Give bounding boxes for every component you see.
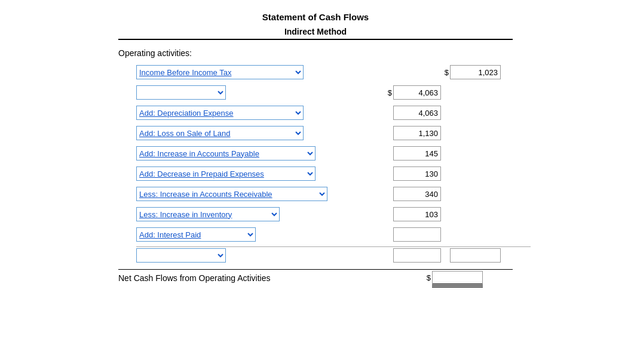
label-area-4: Add: Loss on Sale of Land Income Before … [136, 126, 363, 140]
label-area-10: Income Before Income Tax Add: Depreciati… [136, 248, 363, 263]
select-accounts-receivable[interactable]: Less: Increase in Accounts Receivable In… [136, 187, 327, 201]
input-loss-on-sale[interactable] [393, 126, 441, 140]
select-loss-on-sale[interactable]: Add: Loss on Sale of Land Income Before … [136, 126, 304, 140]
select-inventory[interactable]: Less: Increase in Inventory Income Befor… [136, 207, 280, 221]
mid-area-10 [363, 248, 441, 263]
input-interest-paid[interactable] [393, 227, 441, 242]
right-area-10 [441, 248, 501, 263]
row-inventory: Less: Increase in Inventory Income Befor… [136, 206, 531, 223]
input-blank-1[interactable] [393, 85, 441, 100]
mid-area-9 [363, 227, 441, 242]
row-accounts-payable: Add: Increase in Accounts Payable Income… [136, 145, 531, 162]
row-interest-paid: Add: Interest Paid Income Before Income … [136, 226, 531, 243]
label-area-1: Income Before Income Tax Add: Depreciati… [136, 65, 363, 79]
dollar-sign-net: $ [427, 273, 431, 282]
label-area-5: Add: Increase in Accounts Payable Income… [136, 146, 363, 161]
label-area-2: Income Before Income Tax Add: Depreciati… [136, 85, 363, 100]
section-label: Operating activities: [118, 48, 513, 58]
row-prepaid: Add: Decrease in Prepaid Expenses Income… [136, 165, 531, 182]
select-interest-paid[interactable]: Add: Interest Paid Income Before Income … [136, 227, 256, 242]
net-cash-input-wrapper [432, 271, 483, 285]
mid-area-2: $ [363, 85, 441, 100]
select-blank-2[interactable]: Income Before Income Tax Add: Depreciati… [136, 248, 226, 263]
select-depreciation[interactable]: Add: Depreciation Expense Income Before … [136, 106, 304, 120]
net-cash-right: $ [423, 271, 483, 285]
mid-area-8 [363, 207, 441, 221]
mid-area-6 [363, 166, 441, 181]
input-accounts-payable[interactable] [393, 146, 441, 161]
page-subtitle: Indirect Method [284, 27, 347, 36]
input-accounts-receivable[interactable] [393, 187, 441, 201]
net-cash-label-area: Net Cash Flows from Operating Activities [118, 273, 345, 283]
select-accounts-payable[interactable]: Add: Increase in Accounts Payable Income… [136, 146, 316, 161]
row-loss-on-sale: Add: Loss on Sale of Land Income Before … [136, 125, 531, 141]
input-blank-2-right[interactable] [450, 248, 501, 263]
net-cash-input[interactable] [432, 271, 483, 285]
mid-area-7 [363, 187, 441, 201]
label-area-9: Add: Interest Paid Income Before Income … [136, 227, 363, 242]
row-depreciation: Add: Depreciation Expense Income Before … [136, 104, 531, 121]
row-accounts-receivable: Less: Increase in Accounts Receivable In… [136, 186, 531, 202]
label-area-8: Less: Increase in Inventory Income Befor… [136, 207, 363, 221]
row-blank-2: Income Before Income Tax Add: Depreciati… [136, 246, 531, 263]
right-area-1: $ [441, 65, 501, 79]
dollar-sign-1: $ [445, 68, 449, 77]
mid-area-3 [363, 106, 441, 120]
label-area-6: Add: Decrease in Prepaid Expenses Income… [136, 166, 363, 181]
row-blank-1: Income Before Income Tax Add: Depreciati… [136, 84, 531, 101]
input-inventory[interactable] [393, 207, 441, 221]
mid-area-5 [363, 146, 441, 161]
label-area-7: Less: Increase in Accounts Receivable In… [136, 187, 363, 201]
input-prepaid[interactable] [393, 166, 441, 181]
select-income-before-tax[interactable]: Income Before Income Tax Add: Depreciati… [136, 65, 304, 79]
select-blank-1[interactable]: Income Before Income Tax Add: Depreciati… [136, 85, 226, 100]
statement-area: Operating activities: Income Before Inco… [118, 48, 513, 289]
label-area-3: Add: Depreciation Expense Income Before … [136, 106, 363, 120]
row-income-before-tax: Income Before Income Tax Add: Depreciati… [136, 64, 531, 81]
title-divider [118, 39, 513, 40]
net-cash-label: Net Cash Flows from Operating Activities [118, 273, 270, 283]
select-prepaid[interactable]: Add: Decrease in Prepaid Expenses Income… [136, 166, 316, 181]
net-cash-row: Net Cash Flows from Operating Activities… [118, 269, 513, 286]
input-depreciation[interactable] [393, 106, 441, 120]
dollar-sign-mid-2: $ [388, 88, 392, 97]
mid-area-4 [363, 126, 441, 140]
input-blank-2-mid[interactable] [393, 248, 441, 263]
input-income-before-tax[interactable] [450, 65, 501, 79]
page-title: Statement of Cash Flows [262, 12, 369, 22]
